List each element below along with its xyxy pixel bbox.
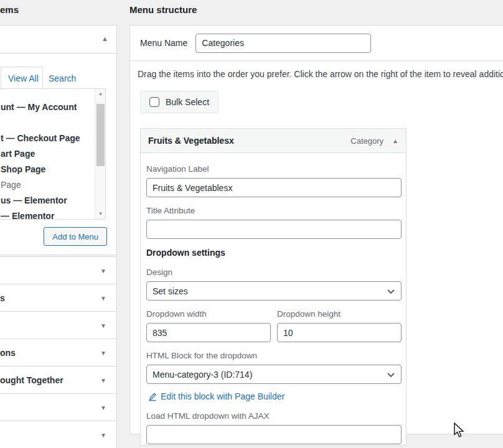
navigation-label-label: Navigation Label [146, 164, 400, 174]
list-item[interactable]: Page [0, 177, 95, 193]
accordion-section-label: ons [0, 348, 16, 358]
chevron-down-icon: ▼ [100, 404, 106, 411]
list-item[interactable]: t — Checkout Page [0, 131, 95, 146]
list-item[interactable]: Shop Page [0, 162, 95, 177]
accordion-section[interactable]: ons ▼ [0, 339, 116, 366]
bulk-select-checkbox[interactable] [149, 97, 159, 107]
edit-block-link-label: Edit this block with Page Builder [161, 391, 284, 401]
title-attribute-label: Title Attribute [146, 206, 400, 215]
menu-structure-heading: Menu structure [129, 4, 197, 15]
design-select-value: Set sizes [153, 286, 188, 296]
add-to-menu-button[interactable]: Add to Menu [44, 227, 107, 246]
pencil-icon [148, 392, 157, 401]
screen: ems Menu structure ▲ View All Search unt… [0, 0, 503, 448]
scrollbar-thumb[interactable] [96, 104, 105, 166]
list-item[interactable]: unt — My Account [0, 100, 95, 115]
design-label: Design [146, 268, 400, 277]
chevron-down-icon: ▼ [100, 268, 106, 274]
menu-name-input[interactable] [195, 34, 371, 53]
bulk-select-label: Bulk Select [166, 97, 209, 107]
title-attribute-input[interactable] [146, 220, 402, 239]
mouse-cursor-icon [453, 422, 467, 439]
chevron-down-icon: ▼ [100, 432, 106, 439]
panel-header[interactable]: ▲ [0, 26, 116, 54]
bulk-select-box: Bulk Select [140, 91, 219, 113]
menu-item-settings: Navigation Label Title Attribute Dropdow… [140, 153, 407, 446]
accordion-section[interactable]: ▼ [0, 257, 116, 284]
menu-item-type-badge: Category [350, 136, 383, 146]
html-block-select[interactable]: Menu-category-3 (ID:714) [146, 365, 402, 384]
html-block-label: HTML Block for the dropdown [146, 351, 400, 360]
design-select[interactable]: Set sizes [146, 281, 402, 301]
accordion-section[interactable]: ▼ [0, 394, 116, 421]
accordion-section[interactable]: ought Together ▼ [0, 366, 116, 394]
tab-search[interactable]: Search [49, 73, 76, 83]
menu-items-list: unt — My Account t — Checkout Page art P… [0, 100, 95, 224]
dropdown-height-label: Dropdown height [277, 309, 402, 319]
dropdown-width-input[interactable] [146, 323, 271, 342]
accordion-section[interactable]: s ▼ [0, 284, 116, 312]
dropdown-width-label: Dropdown width [146, 309, 271, 319]
accordion-section-label: ought Together [0, 375, 63, 385]
menu-item-header[interactable]: Fruits & Vegetablesx Category ▲ [140, 128, 407, 153]
list-item[interactable] [0, 115, 95, 131]
chevron-down-icon: ▼ [100, 295, 106, 302]
list-scrollbar[interactable]: ▲ ▼ [95, 89, 105, 219]
dropdown-height-input[interactable] [277, 323, 402, 342]
menu-name-label: Menu Name [140, 38, 187, 48]
collapse-up-icon[interactable]: ▲ [101, 35, 108, 42]
menu-item-card: Fruits & Vegetablesx Category ▲ Navigati… [140, 128, 407, 446]
chevron-down-icon [387, 373, 395, 377]
accordion-section[interactable]: ▼ [0, 421, 116, 448]
menu-structure-panel: Menu Name Drag the items into the order … [129, 25, 503, 434]
chevron-down-icon: ▼ [100, 322, 106, 329]
list-item[interactable]: — Elementor [0, 208, 95, 224]
menu-name-row: Menu Name [130, 26, 503, 61]
ajax-label: Load HTML dropdown with AJAX [146, 411, 400, 421]
accordion-section-label: s [0, 293, 5, 303]
ajax-select[interactable] [146, 425, 402, 444]
menu-item-title: Fruits & Vegetablesx [148, 136, 350, 146]
dropdown-settings-heading: Dropdown settings [146, 248, 400, 258]
tab-view-all[interactable]: View All [8, 73, 39, 83]
drag-instruction-text: Drag the items into the order you prefer… [138, 69, 503, 79]
list-item[interactable]: us — Elementor [0, 193, 95, 208]
menu-items-accordion: ▼ s ▼ ▼ ons ▼ ought Together ▼ ▼ ▼ [0, 256, 117, 448]
add-menu-items-panel: ▲ View All Search unt — My Account t — C… [0, 25, 117, 255]
list-item[interactable]: art Page [0, 146, 95, 162]
menu-items-list-box: unt — My Account t — Checkout Page art P… [0, 88, 106, 220]
html-block-select-value: Menu-category-3 (ID:714) [153, 370, 252, 380]
chevron-down-icon [387, 289, 395, 294]
scroll-down-icon[interactable]: ▼ [95, 209, 106, 219]
chevron-down-icon: ▼ [100, 377, 106, 384]
navigation-label-input[interactable] [146, 178, 402, 197]
edit-block-link[interactable]: Edit this block with Page Builder [148, 391, 400, 401]
chevron-down-icon: ▼ [100, 350, 106, 357]
accordion-section[interactable]: ▼ [0, 312, 116, 339]
scroll-up-icon[interactable]: ▲ [95, 89, 106, 99]
add-menu-items-heading-fragment: ems [0, 4, 19, 15]
collapse-up-icon[interactable]: ▲ [392, 138, 398, 144]
